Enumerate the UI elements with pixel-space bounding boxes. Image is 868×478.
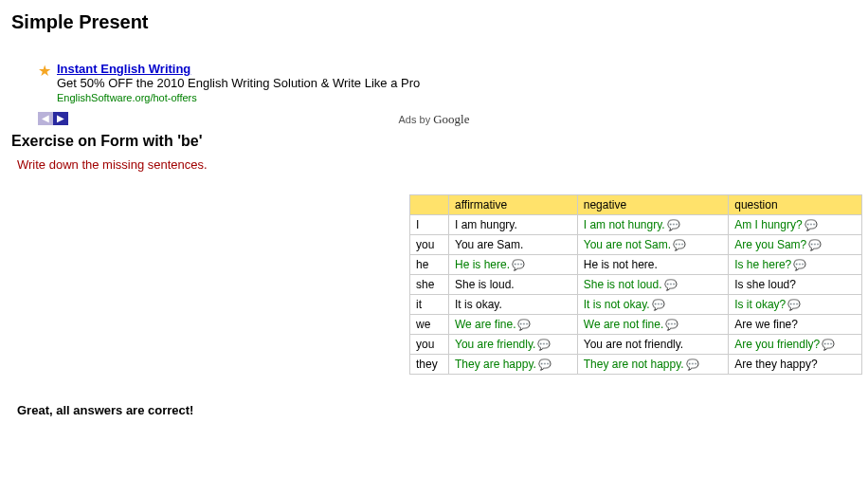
note-bubble-icon[interactable]: 💬 bbox=[652, 299, 665, 310]
note-bubble-icon[interactable]: 💬 bbox=[538, 358, 552, 370]
answer-cell: They are not happy.💬 bbox=[577, 354, 728, 374]
answer-cell: You are Sam. bbox=[449, 234, 578, 254]
note-bubble-icon[interactable]: 💬 bbox=[787, 299, 801, 310]
user-answer: Are you friendly? bbox=[734, 338, 820, 351]
user-answer: We are not fine. bbox=[584, 318, 664, 331]
answer-cell: I am not hungry.💬 bbox=[577, 214, 728, 234]
note-bubble-icon[interactable]: 💬 bbox=[673, 239, 686, 250]
answer-cell: Am I hungry?💬 bbox=[729, 214, 862, 234]
answer-cell: It is okay. bbox=[449, 294, 578, 314]
note-bubble-icon[interactable]: 💬 bbox=[808, 239, 822, 250]
answer-cell: Are you Sam?💬 bbox=[729, 234, 862, 254]
exercise-heading: Exercise on Form with 'be' bbox=[11, 133, 857, 150]
header-question: question bbox=[729, 194, 862, 214]
user-answer: You are friendly. bbox=[455, 338, 535, 351]
given-text: You are not friendly. bbox=[584, 338, 683, 351]
page-title: Simple Present bbox=[11, 11, 857, 33]
pronoun-cell: I bbox=[410, 214, 449, 234]
answer-cell: Are you friendly?💬 bbox=[729, 334, 862, 354]
note-bubble-icon[interactable]: 💬 bbox=[686, 358, 699, 370]
answer-cell: You are friendly.💬 bbox=[449, 334, 578, 354]
pronoun-cell: it bbox=[410, 294, 449, 314]
answer-cell: He is here.💬 bbox=[449, 254, 578, 274]
ad-next-arrow-icon[interactable]: ▶ bbox=[53, 112, 68, 125]
sponsored-ad: ★ Instant English Writing Get 50% OFF th… bbox=[38, 62, 857, 104]
grammar-table: affirmative negative question II am hung… bbox=[409, 194, 862, 375]
note-bubble-icon[interactable]: 💬 bbox=[664, 279, 678, 290]
answer-cell: We are not fine.💬 bbox=[577, 314, 728, 334]
user-answer: He is here. bbox=[455, 258, 510, 271]
answer-cell: Is he here?💬 bbox=[729, 254, 862, 274]
user-answer: You are not Sam. bbox=[584, 238, 671, 251]
header-empty bbox=[410, 194, 449, 214]
table-row: youYou are Sam.You are not Sam.💬Are you … bbox=[410, 234, 862, 254]
pronoun-cell: she bbox=[410, 274, 449, 294]
user-answer: They are happy. bbox=[455, 358, 536, 371]
pronoun-cell: they bbox=[410, 354, 449, 374]
table-row: heHe is here.💬He is not here.Is he here?… bbox=[410, 254, 862, 274]
note-bubble-icon[interactable]: 💬 bbox=[512, 259, 525, 270]
pronoun-cell: we bbox=[410, 314, 449, 334]
answer-cell: They are happy.💬 bbox=[449, 354, 578, 374]
user-answer: Am I hungry? bbox=[734, 218, 802, 231]
answer-cell: He is not here. bbox=[577, 254, 728, 274]
user-answer: She is not loud. bbox=[584, 278, 662, 291]
note-bubble-icon[interactable]: 💬 bbox=[667, 219, 680, 230]
given-text: Are we fine? bbox=[734, 318, 798, 331]
given-text: Is she loud? bbox=[734, 278, 796, 291]
table-row: sheShe is loud.She is not loud.💬Is she l… bbox=[410, 274, 862, 294]
user-answer: We are fine. bbox=[455, 318, 515, 331]
note-bubble-icon[interactable]: 💬 bbox=[822, 339, 835, 350]
table-row: weWe are fine.💬We are not fine.💬Are we f… bbox=[410, 314, 862, 334]
answer-cell: You are not friendly. bbox=[577, 334, 728, 354]
header-affirmative: affirmative bbox=[449, 194, 578, 214]
note-bubble-icon[interactable]: 💬 bbox=[793, 259, 806, 270]
answer-cell: Is she loud? bbox=[729, 274, 862, 294]
answer-cell: We are fine.💬 bbox=[449, 314, 578, 334]
table-row: II am hungry.I am not hungry.💬Am I hungr… bbox=[410, 214, 862, 234]
user-answer: It is not okay. bbox=[584, 298, 650, 311]
answer-cell: I am hungry. bbox=[449, 214, 578, 234]
table-row: theyThey are happy.💬They are not happy.💬… bbox=[410, 354, 862, 374]
user-answer: They are not happy. bbox=[584, 358, 684, 371]
ads-by-label: Ads by Google bbox=[11, 112, 857, 127]
result-message: Great, all answers are correct! bbox=[17, 403, 857, 417]
pronoun-cell: you bbox=[410, 234, 449, 254]
note-bubble-icon[interactable]: 💬 bbox=[805, 219, 818, 230]
given-text: You are Sam. bbox=[455, 238, 523, 251]
pronoun-cell: he bbox=[410, 254, 449, 274]
answer-cell: She is loud. bbox=[449, 274, 578, 294]
user-answer: Is it okay? bbox=[734, 298, 786, 311]
ad-description: Get 50% OFF the 2010 English Writing Sol… bbox=[57, 76, 420, 90]
answer-cell: It is not okay.💬 bbox=[577, 294, 728, 314]
ad-prev-arrow-icon[interactable]: ◀ bbox=[38, 112, 53, 125]
answer-cell: You are not Sam.💬 bbox=[577, 234, 728, 254]
ad-url: EnglishSoftware.org/hot-offers bbox=[57, 92, 197, 103]
given-text: She is loud. bbox=[455, 278, 515, 291]
note-bubble-icon[interactable]: 💬 bbox=[517, 319, 531, 330]
star-icon: ★ bbox=[38, 64, 51, 79]
note-bubble-icon[interactable]: 💬 bbox=[665, 319, 678, 330]
answer-cell: Are we fine? bbox=[729, 314, 862, 334]
answer-cell: Is it okay?💬 bbox=[729, 294, 862, 314]
answer-cell: She is not loud.💬 bbox=[577, 274, 728, 294]
given-text: It is okay. bbox=[455, 298, 502, 311]
note-bubble-icon[interactable]: 💬 bbox=[537, 339, 551, 350]
user-answer: Is he here? bbox=[734, 258, 791, 271]
given-text: I am hungry. bbox=[455, 218, 517, 231]
given-text: Are they happy? bbox=[734, 358, 817, 371]
ad-title-link[interactable]: Instant English Writing bbox=[57, 62, 190, 76]
pronoun-cell: you bbox=[410, 334, 449, 354]
user-answer: I am not hungry. bbox=[584, 218, 665, 231]
table-row: itIt is okay.It is not okay.💬Is it okay?… bbox=[410, 294, 862, 314]
answer-cell: Are they happy? bbox=[729, 354, 862, 374]
user-answer: Are you Sam? bbox=[734, 238, 806, 251]
header-negative: negative bbox=[577, 194, 728, 214]
instruction-text: Write down the missing sentences. bbox=[17, 157, 857, 172]
table-row: youYou are friendly.💬You are not friendl… bbox=[410, 334, 862, 354]
given-text: He is not here. bbox=[584, 258, 658, 271]
